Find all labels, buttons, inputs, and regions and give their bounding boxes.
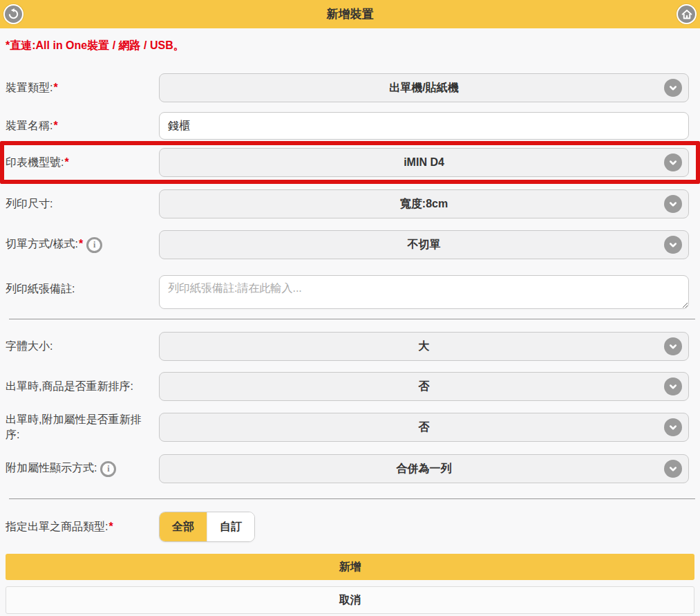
printer-model-select[interactable]: iMIN D4: [159, 148, 689, 177]
select-value: 否: [419, 420, 430, 435]
home-icon: [681, 8, 693, 21]
required-asterisk: *: [53, 82, 57, 93]
select-value: 寬度:8cm: [400, 197, 448, 212]
form-row-paper-note: 列印紙張備註:: [0, 275, 700, 312]
field-label: 字體大小:: [6, 339, 159, 354]
form-row-attribute-reorder: 出單時,附加屬性是否重新排序: 否: [0, 412, 700, 442]
product-type-segmented: 全部 自訂: [159, 512, 255, 542]
cancel-button[interactable]: 取消: [6, 586, 694, 614]
select-value: 出單機/貼紙機: [389, 81, 458, 95]
chevron-down-icon: [664, 337, 682, 355]
required-asterisk: *: [79, 238, 83, 250]
required-asterisk: *: [53, 120, 57, 131]
page-title: 新增裝置: [0, 6, 700, 22]
product-type-custom-button[interactable]: 自訂: [207, 512, 254, 541]
add-button[interactable]: 新增: [6, 554, 694, 580]
select-value: 合併為一列: [397, 462, 452, 476]
field-label: 出單時,附加屬性是否重新排序:: [6, 412, 159, 442]
chevron-down-icon: [664, 236, 682, 254]
required-asterisk: *: [108, 521, 113, 532]
form-row-attribute-display: 附加屬性顯示方式:i 合併為一列: [0, 454, 700, 483]
chevron-down-icon: [664, 79, 682, 97]
form-row-font-size: 字體大小: 大: [0, 332, 700, 361]
form-row-product-reorder: 出單時,商品是否重新排序: 否: [0, 372, 700, 401]
info-icon[interactable]: i: [100, 461, 116, 477]
form-row-print-size: 列印尺寸: 寬度:8cm: [0, 189, 700, 218]
section-divider: [9, 319, 695, 319]
chevron-down-icon: [664, 418, 682, 436]
select-value: 否: [419, 380, 430, 394]
chevron-down-icon: [664, 377, 682, 395]
field-label: 指定出單之商品類型:*: [6, 519, 159, 534]
form-row-device-name: 裝置名稱:*: [0, 112, 700, 140]
field-label: 列印紙張備註:: [6, 281, 159, 297]
paper-note-textarea[interactable]: [159, 275, 689, 309]
form-row-printer-model: 印表機型號:* iMIN D4: [0, 141, 700, 184]
field-label: 裝置名稱:*: [6, 118, 159, 133]
print-size-select[interactable]: 寬度:8cm: [159, 189, 689, 218]
direct-connect-note: *直連:All in One裝置 / 網路 / USB。: [6, 39, 700, 53]
form-row-cut-mode: 切單方式/樣式:*i 不切單: [0, 230, 700, 259]
chevron-down-icon: [664, 195, 682, 213]
back-icon: [7, 8, 20, 21]
font-size-select[interactable]: 大: [159, 332, 689, 361]
attribute-display-select[interactable]: 合併為一列: [159, 454, 689, 483]
product-reorder-select[interactable]: 否: [159, 372, 689, 401]
chevron-down-icon: [664, 153, 682, 171]
section-divider: [9, 498, 695, 499]
field-label: 列印尺寸:: [6, 196, 159, 212]
select-value: 大: [419, 339, 430, 354]
back-button[interactable]: [3, 4, 23, 24]
attribute-reorder-select[interactable]: 否: [159, 413, 689, 442]
product-type-all-button[interactable]: 全部: [160, 512, 207, 541]
form-row-device-type: 裝置類型:* 出單機/貼紙機: [0, 73, 700, 102]
field-label: 印表機型號:*: [6, 155, 159, 170]
device-type-select[interactable]: 出單機/貼紙機: [159, 73, 689, 102]
select-value: 不切單: [408, 238, 441, 252]
select-value: iMIN D4: [404, 156, 444, 169]
field-label: 切單方式/樣式:*i: [6, 236, 159, 252]
home-button[interactable]: [677, 4, 697, 24]
required-asterisk: *: [64, 156, 68, 168]
cut-mode-select[interactable]: 不切單: [159, 230, 689, 259]
app-header: 新增裝置: [0, 0, 700, 28]
form-row-product-type: 指定出單之商品類型:* 全部 自訂: [0, 512, 700, 542]
chevron-down-icon: [664, 460, 682, 478]
field-label: 出單時,商品是否重新排序:: [6, 379, 159, 394]
info-icon[interactable]: i: [86, 237, 102, 253]
field-label: 裝置類型:*: [6, 80, 159, 95]
device-name-input[interactable]: [159, 112, 689, 140]
field-label: 附加屬性顯示方式:i: [6, 460, 159, 476]
